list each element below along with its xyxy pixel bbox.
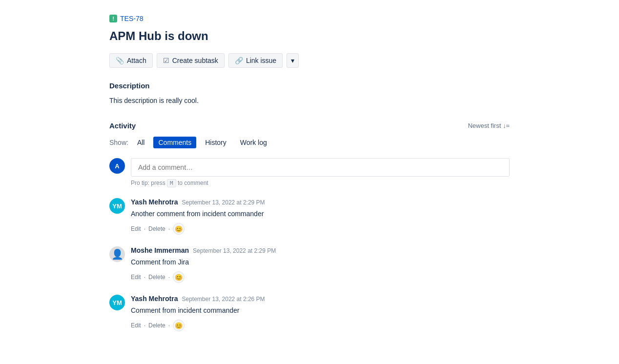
comment-text: Another comment from incident commander — [131, 209, 510, 219]
comment-author: Yash Mehrotra — [131, 295, 178, 303]
action-separator: · — [144, 322, 145, 329]
comment-item: YM Yash Mehrotra September 13, 2022 at 2… — [109, 198, 510, 235]
comment-body: Moshe Immerman September 13, 2022 at 2:2… — [131, 246, 510, 283]
edit-comment-button[interactable]: Edit — [131, 225, 141, 232]
filter-history[interactable]: History — [200, 137, 231, 148]
comment-item: 👤 Moshe Immerman September 13, 2022 at 2… — [109, 246, 510, 283]
action-separator: · — [168, 225, 170, 232]
emoji-reaction-button[interactable]: 😊 — [173, 223, 185, 235]
more-actions-button[interactable]: ▾ — [287, 53, 299, 68]
issue-title: APM Hub is down — [109, 28, 510, 43]
comment-time: September 13, 2022 at 2:29 PM — [193, 247, 276, 254]
story-icon — [109, 15, 117, 22]
emoji-reaction-button[interactable]: 😊 — [173, 271, 185, 283]
action-separator: · — [168, 274, 170, 281]
show-label: Show: — [109, 139, 128, 146]
comment-author: Yash Mehrotra — [131, 198, 178, 206]
comment-meta: Yash Mehrotra September 13, 2022 at 2:29… — [131, 198, 510, 206]
action-separator: · — [144, 225, 145, 232]
description-label: Description — [109, 81, 510, 90]
link-icon: 🔗 — [235, 57, 243, 64]
comment-input-row: A — [109, 158, 510, 177]
edit-comment-button[interactable]: Edit — [131, 322, 141, 329]
delete-comment-button[interactable]: Delete — [148, 274, 165, 281]
sort-control[interactable]: Newest first ↓= — [468, 122, 510, 129]
comment-text: Comment from Jira — [131, 257, 510, 267]
comment-author-avatar: YM — [109, 295, 125, 310]
activity-title: Activity — [109, 121, 136, 130]
filter-worklog[interactable]: Work log — [235, 137, 272, 148]
comment-text: Comment from incident commander — [131, 305, 510, 316]
moshe-face-icon: 👤 — [111, 248, 124, 260]
delete-comment-button[interactable]: Delete — [148, 322, 165, 329]
comment-meta: Yash Mehrotra September 13, 2022 at 2:26… — [131, 295, 510, 303]
delete-comment-button[interactable]: Delete — [148, 225, 165, 232]
comment-time: September 13, 2022 at 2:29 PM — [182, 199, 265, 206]
comment-actions: Edit · Delete · 😊 — [131, 271, 510, 283]
attach-button[interactable]: 📎 Attach — [109, 53, 153, 68]
action-separator: · — [144, 274, 145, 281]
comment-item: YM Yash Mehrotra September 13, 2022 at 2… — [109, 295, 510, 331]
edit-comment-button[interactable]: Edit — [131, 274, 141, 281]
emoji-reaction-button[interactable]: 😊 — [173, 320, 185, 331]
comment-author: Moshe Immerman — [131, 246, 189, 254]
comment-time: September 13, 2022 at 2:26 PM — [182, 296, 265, 303]
current-user-avatar: A — [109, 158, 125, 174]
issue-key[interactable]: TES-78 — [120, 15, 143, 22]
description-text: This description is really cool. — [109, 96, 510, 106]
create-subtask-button[interactable]: ☑ Create subtask — [157, 53, 225, 68]
comment-input[interactable] — [131, 158, 510, 177]
toolbar: 📎 Attach ☑ Create subtask 🔗 Link issue ▾ — [109, 53, 510, 68]
pro-tip: Pro tip: press M to comment — [131, 180, 510, 186]
subtask-icon: ☑ — [163, 57, 169, 64]
issue-key-row: TES-78 — [109, 15, 510, 22]
pro-tip-press: press — [151, 180, 165, 186]
filter-all[interactable]: All — [132, 137, 150, 148]
filter-comments[interactable]: Comments — [153, 137, 196, 148]
comment-body: Yash Mehrotra September 13, 2022 at 2:29… — [131, 198, 510, 235]
comment-author-avatar: 👤 — [109, 246, 125, 262]
comment-actions: Edit · Delete · 😊 — [131, 223, 510, 235]
comment-actions: Edit · Delete · 😊 — [131, 320, 510, 331]
action-separator: · — [168, 322, 170, 329]
attach-icon: 📎 — [116, 57, 124, 64]
activity-section: Activity Newest first ↓= Show: All Comme… — [109, 121, 510, 331]
pro-tip-label: Pro tip: — [131, 180, 151, 186]
pro-tip-key: M — [167, 179, 176, 187]
filter-row: Show: All Comments History Work log — [109, 137, 510, 148]
comment-meta: Moshe Immerman September 13, 2022 at 2:2… — [131, 246, 510, 254]
comment-author-avatar: YM — [109, 198, 125, 214]
comment-body: Yash Mehrotra September 13, 2022 at 2:26… — [131, 295, 510, 331]
pro-tip-suffix: to comment — [178, 180, 208, 186]
activity-header: Activity Newest first ↓= — [109, 121, 510, 130]
link-issue-button[interactable]: 🔗 Link issue — [228, 53, 283, 68]
